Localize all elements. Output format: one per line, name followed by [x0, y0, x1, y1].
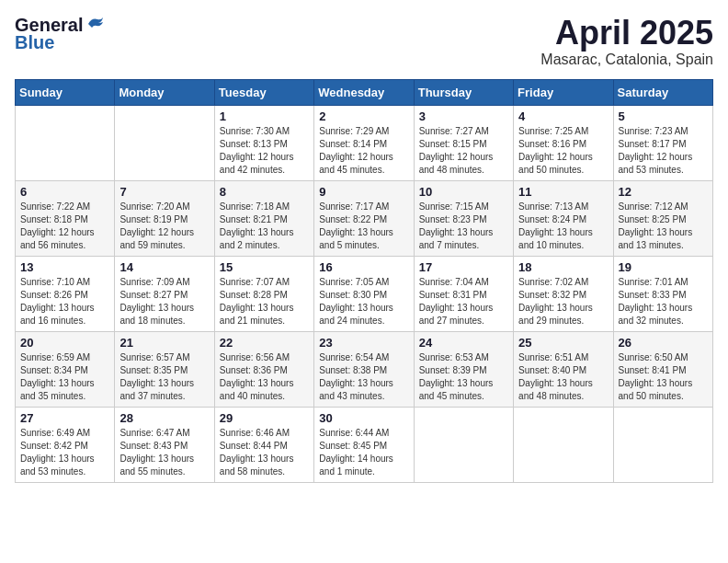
day-info: Sunrise: 7:30 AMSunset: 8:13 PMDaylight:… — [220, 125, 309, 177]
calendar-week-1: 1Sunrise: 7:30 AMSunset: 8:13 PMDaylight… — [16, 105, 713, 180]
day-number: 19 — [619, 260, 708, 274]
calendar-cell: 2Sunrise: 7:29 AMSunset: 8:14 PMDaylight… — [314, 105, 414, 180]
weekday-header-monday: Monday — [115, 79, 214, 105]
day-info: Sunrise: 7:02 AMSunset: 8:32 PMDaylight:… — [518, 276, 608, 327]
weekday-header-tuesday: Tuesday — [214, 79, 313, 105]
day-number: 6 — [20, 185, 109, 199]
day-info: Sunrise: 6:56 AMSunset: 8:36 PMDaylight:… — [220, 351, 309, 403]
calendar-cell: 13Sunrise: 7:10 AMSunset: 8:26 PMDayligh… — [16, 256, 115, 331]
weekday-header-saturday: Saturday — [613, 79, 712, 105]
weekday-header-sunday: Sunday — [16, 79, 115, 105]
title-block: April 2025 Masarac, Catalonia, Spain — [540, 15, 713, 68]
calendar-cell — [514, 407, 613, 482]
day-info: Sunrise: 7:09 AMSunset: 8:27 PMDaylight:… — [119, 276, 209, 327]
day-info: Sunrise: 7:07 AMSunset: 8:28 PMDaylight:… — [220, 276, 309, 327]
calendar-cell: 18Sunrise: 7:02 AMSunset: 8:32 PMDayligh… — [514, 256, 613, 331]
calendar-cell: 24Sunrise: 6:53 AMSunset: 8:39 PMDayligh… — [414, 331, 513, 407]
calendar-cell: 17Sunrise: 7:04 AMSunset: 8:31 PMDayligh… — [414, 256, 513, 331]
logo-blue-text: Blue — [15, 32, 54, 53]
day-number: 22 — [220, 336, 309, 350]
day-number: 27 — [20, 411, 109, 425]
calendar-table: SundayMondayTuesdayWednesdayThursdayFrid… — [15, 79, 713, 483]
calendar-cell: 20Sunrise: 6:59 AMSunset: 8:34 PMDayligh… — [16, 331, 115, 407]
day-number: 26 — [619, 336, 708, 350]
calendar-title: April 2025 — [540, 15, 713, 52]
day-number: 21 — [119, 336, 209, 350]
calendar-cell: 29Sunrise: 6:46 AMSunset: 8:44 PMDayligh… — [214, 407, 313, 482]
day-number: 7 — [119, 185, 209, 199]
day-info: Sunrise: 6:46 AMSunset: 8:44 PMDaylight:… — [220, 427, 309, 478]
day-number: 14 — [119, 260, 209, 274]
calendar-cell — [414, 407, 513, 482]
calendar-week-2: 6Sunrise: 7:22 AMSunset: 8:18 PMDaylight… — [16, 180, 713, 256]
day-info: Sunrise: 7:27 AMSunset: 8:15 PMDaylight:… — [419, 125, 508, 177]
calendar-cell: 3Sunrise: 7:27 AMSunset: 8:15 PMDaylight… — [414, 105, 513, 180]
calendar-cell: 26Sunrise: 6:50 AMSunset: 8:41 PMDayligh… — [613, 331, 712, 407]
day-info: Sunrise: 7:23 AMSunset: 8:17 PMDaylight:… — [619, 125, 708, 177]
day-number: 2 — [319, 109, 408, 123]
calendar-week-3: 13Sunrise: 7:10 AMSunset: 8:26 PMDayligh… — [16, 256, 713, 331]
day-info: Sunrise: 7:20 AMSunset: 8:19 PMDaylight:… — [119, 201, 209, 252]
day-info: Sunrise: 7:15 AMSunset: 8:23 PMDaylight:… — [419, 201, 508, 252]
calendar-cell: 10Sunrise: 7:15 AMSunset: 8:23 PMDayligh… — [414, 180, 513, 256]
calendar-cell: 4Sunrise: 7:25 AMSunset: 8:16 PMDaylight… — [514, 105, 613, 180]
calendar-cell: 1Sunrise: 7:30 AMSunset: 8:13 PMDaylight… — [214, 105, 313, 180]
calendar-cell — [16, 105, 115, 180]
day-number: 30 — [319, 411, 408, 425]
calendar-cell: 16Sunrise: 7:05 AMSunset: 8:30 PMDayligh… — [314, 256, 414, 331]
calendar-cell: 25Sunrise: 6:51 AMSunset: 8:40 PMDayligh… — [514, 331, 613, 407]
day-number: 10 — [419, 185, 508, 199]
calendar-cell: 11Sunrise: 7:13 AMSunset: 8:24 PMDayligh… — [514, 180, 613, 256]
day-info: Sunrise: 6:54 AMSunset: 8:38 PMDaylight:… — [319, 351, 408, 403]
day-number: 11 — [518, 185, 608, 199]
calendar-cell: 8Sunrise: 7:18 AMSunset: 8:21 PMDaylight… — [214, 180, 313, 256]
day-info: Sunrise: 6:59 AMSunset: 8:34 PMDaylight:… — [20, 351, 109, 403]
calendar-cell: 7Sunrise: 7:20 AMSunset: 8:19 PMDaylight… — [115, 180, 214, 256]
day-info: Sunrise: 7:29 AMSunset: 8:14 PMDaylight:… — [319, 125, 408, 177]
day-info: Sunrise: 6:44 AMSunset: 8:45 PMDaylight:… — [319, 427, 408, 478]
day-info: Sunrise: 6:51 AMSunset: 8:40 PMDaylight:… — [518, 351, 608, 403]
calendar-cell: 9Sunrise: 7:17 AMSunset: 8:22 PMDaylight… — [314, 180, 414, 256]
calendar-cell: 12Sunrise: 7:12 AMSunset: 8:25 PMDayligh… — [613, 180, 712, 256]
day-info: Sunrise: 7:10 AMSunset: 8:26 PMDaylight:… — [20, 276, 109, 327]
weekday-header-wednesday: Wednesday — [314, 79, 414, 105]
day-number: 5 — [619, 109, 708, 123]
calendar-cell — [115, 105, 214, 180]
day-number: 17 — [419, 260, 508, 274]
weekday-header-row: SundayMondayTuesdayWednesdayThursdayFrid… — [16, 79, 713, 105]
calendar-cell: 22Sunrise: 6:56 AMSunset: 8:36 PMDayligh… — [214, 331, 313, 407]
day-number: 1 — [220, 109, 309, 123]
day-number: 23 — [319, 336, 408, 350]
day-info: Sunrise: 6:53 AMSunset: 8:39 PMDaylight:… — [419, 351, 508, 403]
calendar-cell: 28Sunrise: 6:47 AMSunset: 8:43 PMDayligh… — [115, 407, 214, 482]
day-info: Sunrise: 7:04 AMSunset: 8:31 PMDaylight:… — [419, 276, 508, 327]
calendar-cell: 14Sunrise: 7:09 AMSunset: 8:27 PMDayligh… — [115, 256, 214, 331]
calendar-cell: 6Sunrise: 7:22 AMSunset: 8:18 PMDaylight… — [16, 180, 115, 256]
day-number: 15 — [220, 260, 309, 274]
calendar-week-5: 27Sunrise: 6:49 AMSunset: 8:42 PMDayligh… — [16, 407, 713, 482]
day-info: Sunrise: 7:18 AMSunset: 8:21 PMDaylight:… — [220, 201, 309, 252]
day-info: Sunrise: 7:13 AMSunset: 8:24 PMDaylight:… — [518, 201, 608, 252]
page-header: General Blue April 2025 Masarac, Catalon… — [15, 15, 713, 68]
calendar-cell — [613, 407, 712, 482]
day-info: Sunrise: 6:47 AMSunset: 8:43 PMDaylight:… — [119, 427, 209, 478]
day-number: 18 — [518, 260, 608, 274]
day-number: 16 — [319, 260, 408, 274]
day-info: Sunrise: 6:49 AMSunset: 8:42 PMDaylight:… — [20, 427, 109, 478]
day-number: 3 — [419, 109, 508, 123]
day-info: Sunrise: 7:12 AMSunset: 8:25 PMDaylight:… — [619, 201, 708, 252]
calendar-cell: 23Sunrise: 6:54 AMSunset: 8:38 PMDayligh… — [314, 331, 414, 407]
day-number: 29 — [220, 411, 309, 425]
day-info: Sunrise: 7:22 AMSunset: 8:18 PMDaylight:… — [20, 201, 109, 252]
calendar-location: Masarac, Catalonia, Spain — [540, 52, 713, 68]
calendar-week-4: 20Sunrise: 6:59 AMSunset: 8:34 PMDayligh… — [16, 331, 713, 407]
weekday-header-thursday: Thursday — [414, 79, 513, 105]
day-number: 13 — [20, 260, 109, 274]
logo-bird-icon — [85, 16, 105, 32]
day-info: Sunrise: 7:01 AMSunset: 8:33 PMDaylight:… — [619, 276, 708, 327]
calendar-cell: 21Sunrise: 6:57 AMSunset: 8:35 PMDayligh… — [115, 331, 214, 407]
day-info: Sunrise: 7:05 AMSunset: 8:30 PMDaylight:… — [319, 276, 408, 327]
day-info: Sunrise: 7:25 AMSunset: 8:16 PMDaylight:… — [518, 125, 608, 177]
day-number: 25 — [518, 336, 608, 350]
weekday-header-friday: Friday — [514, 79, 613, 105]
